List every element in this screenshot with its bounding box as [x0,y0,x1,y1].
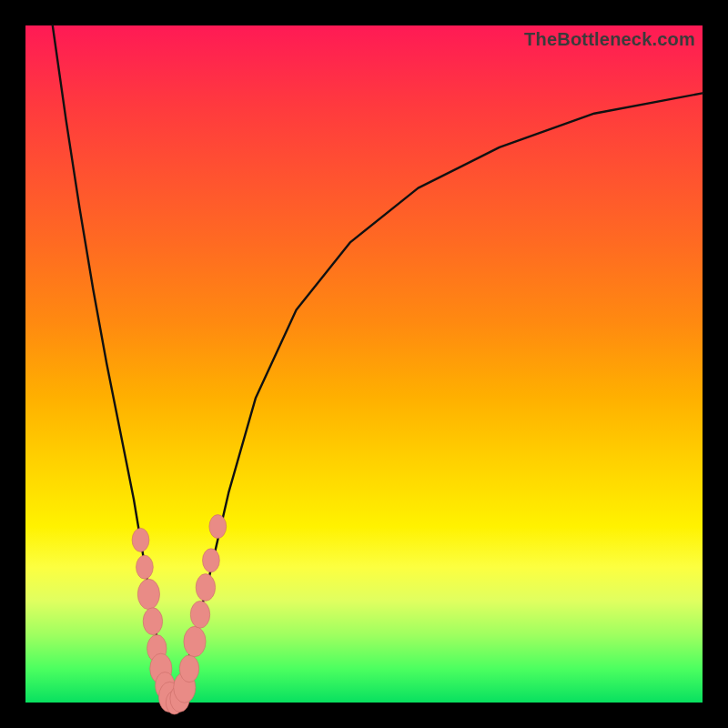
curve-layer [25,25,703,703]
curve-curve-right [175,93,703,703]
marker-dot [174,672,196,703]
marker-dot [184,626,206,656]
marker-dot [179,655,198,682]
marker-dot [132,528,149,551]
marker-dot [196,574,215,602]
marker-dot [158,682,180,712]
marker-dot [170,685,189,713]
marker-dot [143,608,162,635]
chart-frame: TheBottleneck.com [0,0,728,728]
plot-area: TheBottleneck.com [25,25,703,703]
watermark-text: TheBottleneck.com [524,29,695,50]
marker-dot [166,691,183,714]
marker-dot [190,601,209,628]
marker-dot [136,555,154,579]
marker-dot [147,635,167,662]
marker-dot [156,672,175,700]
marker-dot [203,549,220,572]
marker-dot [209,515,227,539]
marker-dot [137,579,159,609]
marker-dot [150,653,172,683]
curve-curve-left [53,25,175,703]
